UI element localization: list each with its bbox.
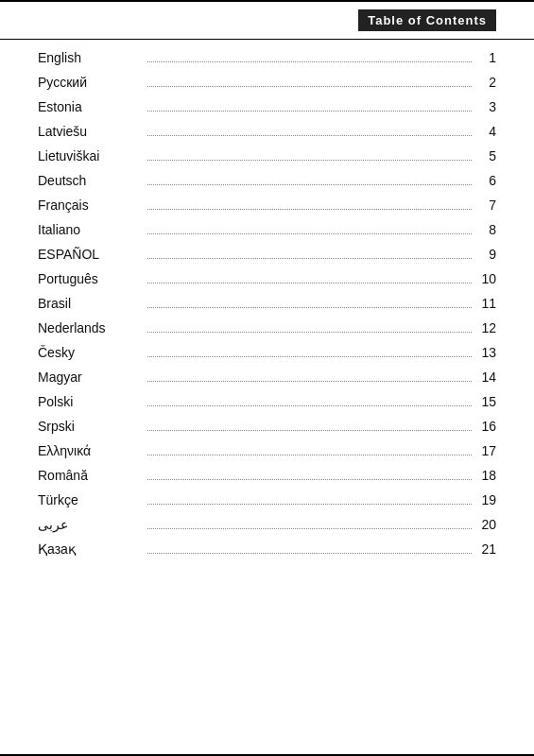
toc-label: Deutsch (38, 173, 142, 188)
toc-row: Nederlands12 (38, 316, 496, 340)
toc-page-number: 10 (477, 271, 496, 286)
toc-row: Türkçe19 (38, 488, 496, 512)
toc-row: English1 (38, 45, 496, 70)
toc-page-number: 17 (477, 443, 496, 458)
toc-label: عربى (38, 517, 142, 532)
toc-dots (147, 381, 472, 382)
toc-label: Português (38, 271, 142, 286)
toc-dots (147, 233, 472, 234)
toc-row: Estonia3 (38, 94, 496, 119)
table-of-contents-title: Table of Contents (358, 9, 496, 31)
toc-dots (147, 504, 472, 505)
toc-page-number: 15 (477, 394, 496, 409)
toc-page-number: 2 (477, 75, 496, 90)
toc-row: Қазақ21 (38, 537, 496, 561)
toc-row: Română18 (38, 463, 496, 488)
toc-row: Português10 (38, 266, 496, 291)
toc-page-number: 21 (477, 541, 496, 557)
toc-list: English1Русский2Estonia3Latviešu4Lietuvi… (0, 40, 534, 580)
toc-dots (147, 160, 472, 161)
toc-label: English (38, 50, 142, 65)
toc-dots (147, 528, 472, 529)
toc-row: Latviešu4 (38, 119, 496, 144)
toc-label: Türkçe (38, 492, 142, 507)
toc-page-number: 20 (477, 517, 496, 532)
toc-dots (147, 455, 472, 455)
toc-page-number: 12 (477, 320, 496, 335)
toc-label: Estonia (38, 99, 142, 114)
toc-label: Қазақ (38, 541, 142, 557)
toc-row: Česky13 (38, 340, 496, 365)
toc-label: Polski (38, 394, 142, 409)
toc-dots (147, 430, 472, 431)
toc-row: عربى20 (38, 512, 496, 537)
toc-row: Magyar14 (38, 365, 496, 389)
toc-page-number: 14 (477, 369, 496, 385)
toc-label: Magyar (38, 369, 142, 385)
toc-dots (147, 479, 472, 480)
toc-row: Русский2 (38, 70, 496, 94)
toc-label: Brasil (38, 296, 142, 311)
toc-dots (147, 258, 472, 259)
toc-label: ESPAÑOL (38, 247, 142, 262)
toc-dots (147, 405, 472, 406)
toc-label: Русский (38, 75, 142, 90)
toc-page-number: 3 (477, 99, 496, 114)
toc-row: ESPAÑOL9 (38, 242, 496, 266)
toc-row: Deutsch6 (38, 168, 496, 193)
toc-row: Ελληνικά17 (38, 438, 496, 463)
toc-dots (147, 553, 472, 554)
toc-row: Lietuviškai5 (38, 144, 496, 168)
toc-page-number: 18 (477, 468, 496, 483)
toc-dots (147, 356, 472, 357)
toc-page-number: 19 (477, 492, 496, 507)
toc-dots (147, 184, 472, 185)
toc-dots (147, 209, 472, 210)
toc-page-number: 6 (477, 173, 496, 188)
toc-label: Italiano (38, 222, 142, 237)
toc-dots (147, 283, 472, 284)
toc-label: Français (38, 198, 142, 213)
toc-label: Nederlands (38, 320, 142, 335)
toc-page-number: 11 (477, 296, 496, 311)
toc-page-number: 9 (477, 247, 496, 262)
toc-label: Română (38, 468, 142, 483)
toc-dots (147, 307, 472, 308)
toc-page-number: 5 (477, 148, 496, 163)
toc-dots (147, 135, 472, 136)
toc-page-number: 16 (477, 419, 496, 434)
page-container: Table of Contents English1Русский2Estoni… (0, 0, 534, 756)
toc-label: Lietuviškai (38, 148, 142, 163)
toc-dots (147, 61, 472, 62)
toc-label: Ελληνικά (38, 443, 142, 458)
toc-page-number: 7 (477, 198, 496, 213)
toc-dots (147, 332, 472, 333)
toc-dots (147, 111, 472, 112)
toc-label: Latviešu (38, 124, 142, 139)
toc-dots (147, 86, 472, 87)
toc-label: Česky (38, 345, 142, 360)
toc-row: Français7 (38, 193, 496, 217)
toc-label: Srpski (38, 419, 142, 434)
toc-page-number: 8 (477, 222, 496, 237)
toc-row: Italiano8 (38, 217, 496, 242)
toc-page-number: 4 (477, 124, 496, 139)
toc-page-number: 13 (477, 345, 496, 360)
header-bar: Table of Contents (0, 2, 534, 40)
toc-row: Srpski16 (38, 414, 496, 438)
toc-row: Brasil11 (38, 291, 496, 316)
toc-row: Polski15 (38, 389, 496, 414)
toc-page-number: 1 (477, 50, 496, 65)
